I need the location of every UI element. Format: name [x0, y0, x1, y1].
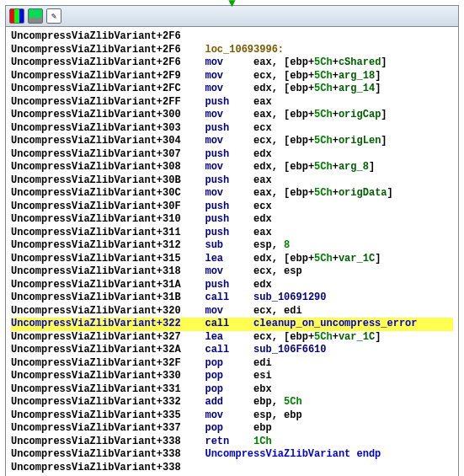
- asm-line[interactable]: UncompressViaZlibVariant+335 mov esp, eb…: [11, 409, 453, 423]
- asm-line[interactable]: UncompressViaZlibVariant+304 mov ecx, [e…: [11, 135, 453, 148]
- asm-line[interactable]: UncompressViaZlibVariant+2F9 mov ecx, [e…: [11, 70, 453, 83]
- asm-line[interactable]: UncompressViaZlibVariant+2F6 loc_1069399…: [11, 44, 453, 57]
- window-titlebar: ▼ ✎: [6, 6, 458, 27]
- asm-line[interactable]: UncompressViaZlibVariant+330 pop esi: [11, 370, 453, 383]
- asm-line[interactable]: UncompressViaZlibVariant+320 mov ecx, ed…: [11, 305, 453, 318]
- asm-line[interactable]: UncompressViaZlibVariant+30C mov eax, [e…: [11, 187, 453, 201]
- asm-line[interactable]: UncompressViaZlibVariant+32A call sub_10…: [11, 344, 453, 357]
- asm-line[interactable]: UncompressViaZlibVariant+322 call cleanu…: [11, 318, 453, 331]
- asm-line[interactable]: UncompressViaZlibVariant+31A push edx: [11, 279, 453, 292]
- asm-line[interactable]: UncompressViaZlibVariant+303 push ecx: [11, 122, 453, 136]
- asm-line[interactable]: UncompressViaZlibVariant+2FC mov edx, [e…: [11, 83, 453, 96]
- asm-line[interactable]: UncompressViaZlibVariant+32F pop edi: [11, 357, 453, 371]
- asm-line[interactable]: UncompressViaZlibVariant+300 mov eax, [e…: [11, 109, 453, 122]
- monitor-icon[interactable]: [28, 8, 43, 24]
- insertion-arrow-icon: ▼: [228, 1, 235, 6]
- pencil-icon[interactable]: ✎: [46, 8, 61, 24]
- asm-line[interactable]: UncompressViaZlibVariant+318 mov ecx, es…: [11, 265, 453, 279]
- asm-line[interactable]: UncompressViaZlibVariant+2F6 mov eax, [e…: [11, 56, 453, 70]
- asm-line[interactable]: UncompressViaZlibVariant+312 sub esp, 8: [11, 239, 453, 253]
- asm-line[interactable]: UncompressViaZlibVariant+327 lea ecx, [e…: [11, 331, 453, 345]
- colors-icon[interactable]: [9, 8, 24, 24]
- asm-line[interactable]: UncompressViaZlibVariant+332 add ebp, 5C…: [11, 396, 453, 409]
- asm-line[interactable]: UncompressViaZlibVariant+338 UncompressV…: [11, 448, 453, 462]
- asm-line[interactable]: UncompressViaZlibVariant+337 pop ebp: [11, 422, 453, 436]
- asm-line[interactable]: UncompressViaZlibVariant+30F push ecx: [11, 201, 453, 214]
- disassembly-listing[interactable]: UncompressViaZlibVariant+2F6 UncompressV…: [6, 27, 458, 476]
- asm-line[interactable]: UncompressViaZlibVariant+315 lea edx, [e…: [11, 253, 453, 266]
- asm-line[interactable]: UncompressViaZlibVariant+2FF push eax: [11, 96, 453, 110]
- asm-line[interactable]: UncompressViaZlibVariant+307 push edx: [11, 148, 453, 162]
- asm-line[interactable]: UncompressViaZlibVariant+338: [11, 462, 453, 475]
- asm-line[interactable]: UncompressViaZlibVariant+310 push edx: [11, 213, 453, 227]
- disassembly-window: ▼ ✎ UncompressViaZlibVariant+2F6 Uncompr…: [5, 5, 459, 476]
- asm-line[interactable]: UncompressViaZlibVariant+338 retn 1Ch: [11, 436, 453, 449]
- asm-line[interactable]: UncompressViaZlibVariant+331 pop ebx: [11, 383, 453, 397]
- asm-line[interactable]: UncompressViaZlibVariant+31B call sub_10…: [11, 291, 453, 305]
- asm-line[interactable]: UncompressViaZlibVariant+308 mov edx, [e…: [11, 161, 453, 174]
- asm-line[interactable]: UncompressViaZlibVariant+311 push eax: [11, 227, 453, 240]
- asm-line[interactable]: UncompressViaZlibVariant+2F6: [11, 30, 453, 44]
- asm-line[interactable]: UncompressViaZlibVariant+30B push eax: [11, 174, 453, 188]
